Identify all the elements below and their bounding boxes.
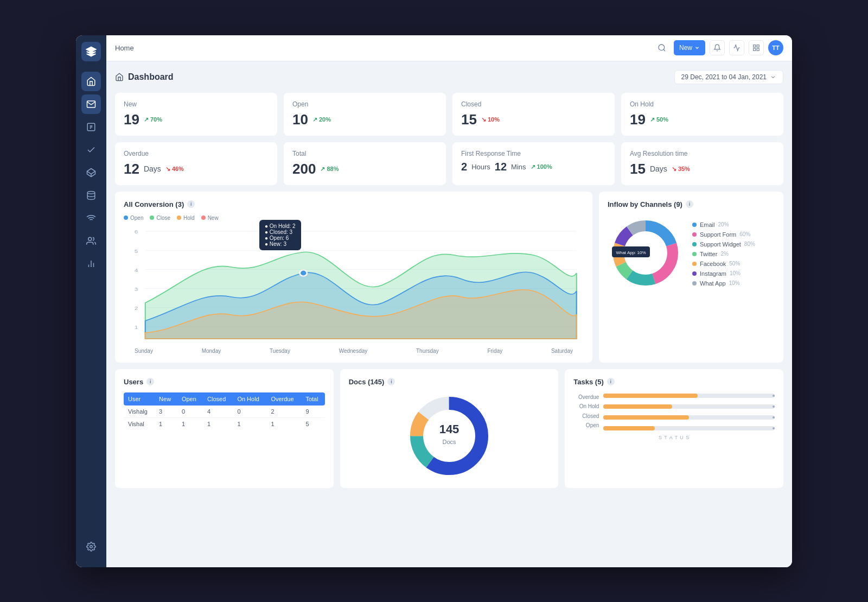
docs-info-icon[interactable]: i (387, 378, 395, 385)
stat-unit-overdue: Days (144, 164, 161, 173)
chart-legend: Open Close Hold (124, 215, 584, 221)
svg-text:4: 4 (135, 267, 138, 273)
page-title: Dashboard (115, 72, 174, 82)
svg-text:2: 2 (135, 305, 138, 311)
stat-value-overdue: 12 (124, 161, 139, 178)
svg-rect-16 (757, 45, 759, 47)
stat-badge-new: ↗ 70% (144, 116, 162, 123)
col-onhold: On Hold (233, 392, 266, 405)
stat-label-avgres: Avg Resolution time (630, 150, 775, 157)
stat-value-total: 200 (292, 161, 316, 178)
charts-row: All Conversion (3) i Open Close (115, 192, 783, 363)
svg-rect-17 (757, 48, 759, 50)
svg-line-14 (663, 49, 665, 51)
chart-tooltip: ● On Hold: 2 ● Closed: 3 ● Open: 6 ● New… (259, 220, 301, 250)
sidebar-chart[interactable] (81, 254, 101, 274)
user-avatar[interactable]: TT (768, 40, 783, 55)
stat-value-open: 10 (292, 111, 308, 128)
legend-new: New (201, 215, 219, 221)
legend-twitter: Twitter 2% (692, 251, 755, 257)
stat-value-onhold: 19 (630, 111, 646, 128)
stat-badge-avgres: ↘ 35% (672, 166, 690, 173)
donut-legend: Email 20% Support Form 60% Support Widge… (692, 221, 755, 287)
stat-unit-mins: Mins (511, 163, 526, 171)
users-title: Users i (124, 378, 325, 386)
sidebar-reports[interactable] (81, 117, 101, 137)
legend-whatsapp: What App 10% (692, 280, 755, 287)
stat-badge-overdue: ↘ 46% (165, 166, 184, 173)
sidebar-layers[interactable] (81, 163, 101, 182)
tasks-title: Tasks (5) i (573, 378, 775, 386)
docs-donut-container: 145 Docs (349, 392, 550, 479)
stat-cards-row2: Overdue 12 Days ↘ 46% Total 200 ↗ 88% Fi (115, 142, 783, 185)
docs-card: Docs (145) i 145 Docs (340, 369, 559, 488)
sidebar-database[interactable] (81, 186, 101, 205)
grid-icon[interactable] (749, 40, 764, 55)
conversion-info-icon[interactable]: i (187, 200, 195, 208)
svg-text:6: 6 (135, 229, 138, 235)
stat-card-frt: First Response Time 2 Hours 12 Mins ↗ 10… (452, 142, 615, 185)
stat-card-avgres: Avg Resolution time 15 Days ↘ 35% (621, 142, 783, 185)
task-bar-closed (603, 415, 775, 420)
notifications-icon[interactable] (710, 40, 725, 55)
inflow-info-icon[interactable]: i (686, 200, 693, 208)
stat-card-onhold: On Hold 19 ↗ 50% (621, 93, 783, 136)
stat-unit-hours: Hours (471, 163, 490, 171)
tasks-bars (603, 392, 775, 430)
col-closed: Closed (203, 392, 233, 405)
svg-text:Docs: Docs (442, 439, 456, 445)
stat-label-open: Open (292, 100, 437, 108)
activity-icon[interactable] (729, 40, 744, 55)
col-total: Total (301, 392, 324, 405)
svg-point-13 (659, 45, 665, 50)
svg-rect-15 (754, 45, 756, 47)
svg-point-31 (300, 270, 307, 276)
chart-x-axis: Sunday Monday Tuesday Wednesday Thursday… (124, 348, 584, 354)
stat-label-overdue: Overdue (124, 150, 269, 157)
date-range-picker[interactable]: 29 Dec, 2021 to 04 Jan, 2021 (674, 70, 783, 84)
dashboard-header: Dashboard 29 Dec, 2021 to 04 Jan, 2021 (115, 70, 783, 84)
stat-label-total: Total (292, 150, 437, 157)
users-table: User New Open Closed On Hold Overdue Tot… (124, 392, 325, 430)
task-bar-open (603, 426, 775, 430)
docs-title: Docs (145) i (349, 378, 550, 386)
sidebar-wifi[interactable] (81, 208, 101, 228)
tasks-card: Tasks (5) i Overdue On Hold Closed Open (565, 369, 783, 488)
table-row: Vishal 1 1 1 1 1 5 (124, 417, 325, 430)
sidebar-inbox[interactable] (81, 94, 101, 114)
tasks-info-icon[interactable]: i (607, 378, 615, 385)
svg-text:5: 5 (135, 248, 138, 254)
stat-label-closed: Closed (461, 100, 606, 108)
inflow-chart-card: Inflow by Channels (9) i (599, 192, 783, 363)
stat-card-open: Open 10 ↗ 20% (284, 93, 446, 136)
line-chart-area: 6 5 4 3 2 1 (124, 225, 584, 345)
stat-card-new: New 19 ↗ 70% (115, 93, 277, 136)
stat-card-closed: Closed 15 ↘ 10% (452, 93, 615, 136)
stat-card-total: Total 200 ↗ 88% (284, 142, 446, 185)
sidebar-tasks[interactable] (81, 140, 101, 160)
svg-text:1: 1 (135, 324, 138, 330)
svg-text:3: 3 (135, 286, 138, 292)
sidebar-people[interactable] (81, 231, 101, 251)
legend-dot-open (124, 216, 128, 220)
content-area: Dashboard 29 Dec, 2021 to 04 Jan, 2021 N… (106, 61, 792, 567)
sidebar (76, 35, 106, 567)
stat-value-frt-mins: 12 (495, 161, 507, 173)
tasks-y-labels: Overdue On Hold Closed Open (573, 392, 603, 430)
legend-open: Open (124, 215, 143, 221)
sidebar-home[interactable] (81, 72, 101, 91)
col-new: New (155, 392, 177, 405)
users-info-icon[interactable]: i (146, 378, 154, 385)
stat-value-new: 19 (124, 111, 139, 128)
donut-container: What App: 10% Email 20% Support (608, 215, 775, 293)
users-card: Users i User New Open Closed On Hold Ove… (115, 369, 334, 488)
stat-cards-row1: New 19 ↗ 70% Open 10 ↗ 20% Closed (115, 93, 783, 136)
legend-dot-hold (177, 216, 181, 220)
app-logo[interactable] (81, 42, 101, 61)
stat-unit-avgres: Days (650, 164, 667, 173)
legend-support-widget: Support Widget 80% (692, 241, 755, 248)
new-button[interactable]: New (674, 40, 705, 55)
search-icon[interactable] (654, 40, 669, 55)
sidebar-settings[interactable] (81, 537, 101, 556)
table-row: Vishalg 3 0 4 0 2 9 (124, 405, 325, 418)
